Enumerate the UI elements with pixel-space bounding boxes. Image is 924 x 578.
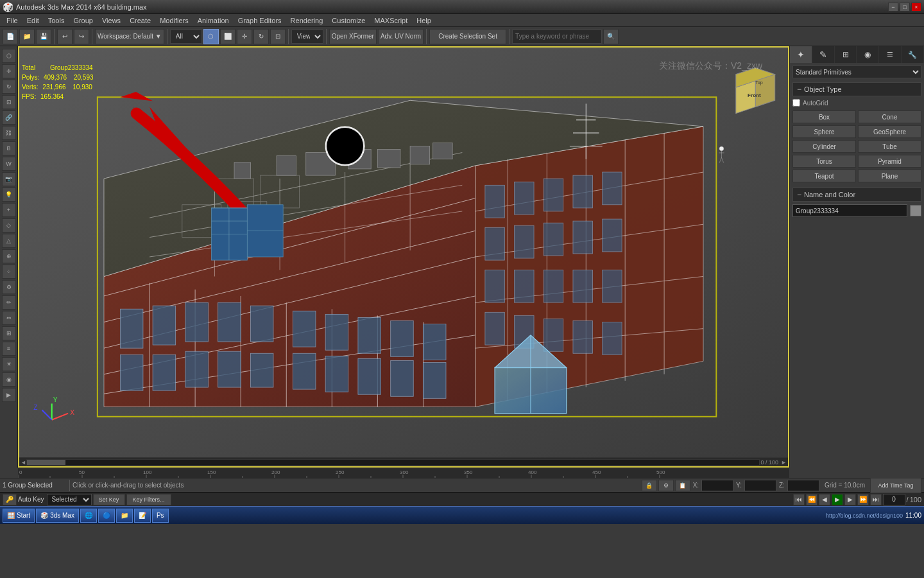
lt-light[interactable]: 💡 — [2, 188, 16, 202]
close-button[interactable]: × — [911, 3, 921, 12]
add-time-tag-button[interactable]: Add Time Tag — [870, 478, 921, 493]
lt-link[interactable]: 🔗 — [2, 110, 16, 125]
taskbar-3dsmax[interactable]: 🎲 3ds Max — [36, 509, 79, 523]
lt-align[interactable]: ≡ — [2, 342, 16, 356]
lt-camera[interactable]: 📷 — [2, 172, 16, 186]
menu-maxscript[interactable]: MAXScript — [370, 16, 411, 25]
undo-button[interactable]: ↩ — [57, 29, 73, 44]
torus-button[interactable]: Torus — [792, 155, 856, 168]
autogrid-checkbox[interactable] — [792, 99, 800, 107]
menu-animation[interactable]: Animation — [194, 16, 233, 25]
menu-help[interactable]: Help — [413, 16, 435, 25]
lt-compound[interactable]: ⊕ — [2, 249, 16, 263]
hscroll-thumb[interactable] — [27, 460, 65, 465]
tab-utilities[interactable]: 🔧 — [902, 46, 924, 63]
create-selection-button[interactable]: Create Selection Set — [429, 29, 506, 44]
menu-edit[interactable]: Edit — [23, 16, 43, 25]
menu-create[interactable]: Create — [126, 16, 155, 25]
lt-sun[interactable]: ☀ — [2, 357, 16, 371]
z-input[interactable] — [787, 480, 819, 491]
lt-particles[interactable]: ⁘ — [2, 265, 16, 279]
taskbar-ie[interactable]: 🌐 — [80, 509, 97, 523]
save-button[interactable]: 💾 — [36, 29, 51, 44]
menu-views[interactable]: Views — [98, 16, 124, 25]
lt-mirror[interactable]: ⇔ — [2, 311, 16, 325]
pyramid-button[interactable]: Pyramid — [858, 155, 921, 168]
lt-paint[interactable]: ✏ — [2, 295, 16, 310]
filter-select[interactable]: All — [170, 30, 202, 44]
menu-modifiers[interactable]: Modifiers — [156, 16, 193, 25]
tab-motion[interactable]: ◉ — [857, 46, 879, 63]
lt-spacewarp[interactable]: W — [2, 157, 16, 171]
start-button[interactable]: 🪟 Start — [3, 509, 35, 523]
go-end-button[interactable]: ⏭ — [870, 494, 882, 505]
lt-geo[interactable]: △ — [2, 234, 16, 248]
frame-input[interactable] — [883, 494, 905, 505]
menu-group[interactable]: Group — [69, 16, 97, 25]
new-button[interactable]: 📄 — [3, 29, 18, 44]
y-input[interactable] — [744, 480, 776, 491]
name-input[interactable] — [792, 204, 907, 217]
selected-select[interactable]: Selected — [47, 494, 92, 505]
lt-render[interactable]: ▶ — [2, 388, 16, 402]
open-button[interactable]: 📁 — [19, 29, 35, 44]
menu-graph-editors[interactable]: Graph Editors — [234, 16, 286, 25]
teapot-button[interactable]: Teapot — [792, 170, 856, 182]
lt-dynamics[interactable]: ⚙ — [2, 280, 16, 294]
minimize-button[interactable]: − — [888, 3, 898, 12]
primitives-select[interactable]: Standard Primitives — [792, 66, 921, 78]
menu-rendering[interactable]: Rendering — [287, 16, 327, 25]
workspace-button[interactable]: Workspace: Default ▼ — [95, 29, 164, 44]
taskbar-photoshop[interactable]: Ps — [152, 509, 169, 523]
lt-select[interactable]: ⬡ — [2, 49, 16, 63]
key-icon-button[interactable]: 🔑 — [3, 494, 17, 505]
select-region-button[interactable]: ⬜ — [220, 29, 235, 44]
tab-modify[interactable]: ✎ — [812, 46, 835, 63]
menu-file[interactable]: File — [3, 16, 22, 25]
collapse-object-type[interactable]: − — [797, 85, 801, 94]
lt-shapes[interactable]: ◇ — [2, 218, 16, 232]
cylinder-button[interactable]: Cylinder — [792, 140, 856, 153]
lt-scale[interactable]: ⊡ — [2, 95, 16, 109]
lt-array[interactable]: ⊞ — [2, 326, 16, 340]
collapse-name-color[interactable]: − — [797, 190, 801, 199]
plane-button[interactable]: Plane — [858, 170, 921, 182]
box-button[interactable]: Box — [792, 110, 856, 123]
color-swatch[interactable] — [910, 205, 921, 216]
tube-button[interactable]: Tube — [858, 140, 921, 153]
search-input[interactable] — [512, 30, 602, 44]
search-button[interactable]: 🔍 — [603, 29, 619, 44]
status-btn3[interactable]: 📋 — [675, 480, 690, 491]
tab-hierarchy[interactable]: ⊞ — [835, 46, 857, 63]
lt-bind[interactable]: B — [2, 141, 16, 155]
key-filters-button[interactable]: Key Filters... — [126, 494, 171, 505]
view-select[interactable]: View — [291, 30, 323, 44]
prev-frame-button[interactable]: ◀ — [819, 494, 830, 505]
taskbar-clock[interactable]: 11:00 — [905, 510, 921, 521]
lt-rotate[interactable]: ↻ — [2, 80, 16, 94]
play-button[interactable]: ▶ — [832, 494, 843, 505]
select-rotate-button[interactable]: ↻ — [253, 29, 269, 44]
select-move-button[interactable]: ✛ — [237, 29, 252, 44]
select-scale-button[interactable]: ⊡ — [270, 29, 286, 44]
maximize-button[interactable]: □ — [900, 3, 910, 12]
cone-button[interactable]: Cone — [858, 110, 921, 123]
lt-helper[interactable]: + — [2, 203, 16, 217]
geosphere-button[interactable]: GeoSphere — [858, 125, 921, 138]
hscroll-track[interactable] — [26, 459, 760, 466]
select-object-button[interactable]: ⬡ — [203, 29, 219, 44]
open-xformer-button[interactable]: Open XFormer — [329, 29, 377, 44]
lt-unlink[interactable]: ⛓ — [2, 126, 16, 140]
go-start-button[interactable]: ⏮ — [793, 494, 805, 505]
redo-button[interactable]: ↪ — [74, 29, 89, 44]
next-key-button[interactable]: ⏩ — [857, 494, 869, 505]
menu-tools[interactable]: Tools — [44, 16, 69, 25]
tab-create[interactable]: ✦ — [790, 46, 812, 63]
status-btn2[interactable]: ⚙ — [658, 480, 674, 491]
taskbar-folder[interactable]: 📁 — [116, 509, 133, 523]
lock-button[interactable]: 🔒 — [642, 480, 657, 491]
sphere-button[interactable]: Sphere — [792, 125, 856, 138]
x-input[interactable] — [701, 480, 733, 491]
adv-uv-norm-button[interactable]: Adv. UV Norm — [378, 29, 424, 44]
taskbar-notepad[interactable]: 📝 — [134, 509, 151, 523]
